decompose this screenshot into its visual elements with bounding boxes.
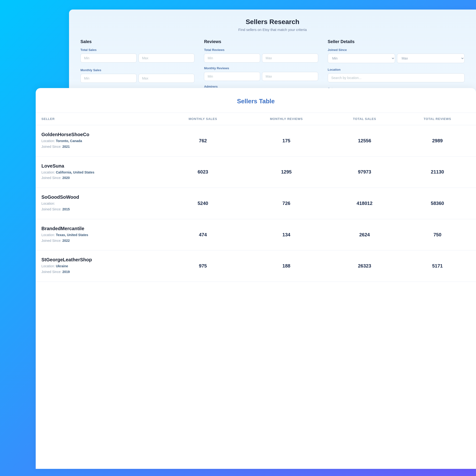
- total-sales-cell: 26323: [330, 250, 399, 282]
- total-reviews-label: Total Reviews: [204, 48, 318, 52]
- total-reviews-cell: 21130: [399, 156, 476, 188]
- table-card: Sellers Table SELLER MONTHLY SALES MONTH…: [36, 88, 476, 469]
- monthly-reviews-min-input[interactable]: [204, 72, 260, 81]
- table-row: GoldenHorseShoeCoLocation: Toronto, Cana…: [36, 125, 476, 157]
- total-sales-inputs: [81, 53, 194, 63]
- joined-since-max-select[interactable]: Max: [397, 53, 465, 63]
- monthly-sales-max-input[interactable]: [138, 74, 195, 83]
- table-title: Sellers Table: [36, 98, 476, 105]
- total-reviews-inputs: [204, 53, 318, 63]
- table-row: BrandedMercantileLocation: Texas, United…: [36, 219, 476, 250]
- col-total-sales: TOTAL SALES: [330, 113, 399, 125]
- total-sales-label: Total Sales: [81, 48, 194, 52]
- seller-meta: Location: Toronto, CanadaJoined Since: 2…: [41, 138, 157, 150]
- seller-name: SoGoodSoWood: [41, 194, 157, 200]
- filter-title: Sellers Research: [81, 18, 465, 26]
- seller-meta: Location:Joined Since: 2015: [41, 201, 157, 212]
- monthly-reviews-max-input[interactable]: [262, 72, 318, 81]
- table-header-row: SELLER MONTHLY SALES MONTHLY REVIEWS TOT…: [36, 113, 476, 125]
- total-sales-max-input[interactable]: [138, 53, 195, 63]
- monthly-reviews-inputs: [204, 72, 318, 81]
- monthly-sales-cell: 474: [163, 219, 242, 250]
- seller-name: StGeorgeLeatherShop: [41, 257, 157, 262]
- monthly-sales-cell: 975: [163, 250, 242, 282]
- seller-meta: Location: California, United StatesJoine…: [41, 170, 157, 181]
- admirers-label: Admirers: [204, 85, 318, 88]
- total-reviews-cell: 5171: [399, 250, 476, 282]
- sellers-table: SELLER MONTHLY SALES MONTHLY REVIEWS TOT…: [36, 113, 476, 282]
- monthly-reviews-cell: 1295: [242, 156, 330, 188]
- sales-section-title: Sales: [81, 39, 194, 44]
- table-row: SoGoodSoWoodLocation:Joined Since: 20155…: [36, 188, 476, 219]
- total-sales-min-input[interactable]: [81, 53, 136, 63]
- seller-cell: StGeorgeLeatherShopLocation: UkraineJoin…: [36, 250, 163, 282]
- total-reviews-min-input[interactable]: [204, 53, 260, 63]
- table-row: LoveSunaLocation: California, United Sta…: [36, 156, 476, 188]
- monthly-sales-min-input[interactable]: [81, 74, 136, 83]
- monthly-sales-cell: 6023: [163, 156, 242, 188]
- total-sales-cell: 2624: [330, 219, 399, 250]
- seller-cell: GoldenHorseShoeCoLocation: Toronto, Cana…: [36, 125, 163, 157]
- joined-since-label: Joined Since: [328, 48, 465, 52]
- seller-cell: BrandedMercantileLocation: Texas, United…: [36, 219, 163, 250]
- table-row: StGeorgeLeatherShopLocation: UkraineJoin…: [36, 250, 476, 282]
- col-monthly-reviews: MONTHLY REVIEWS: [242, 113, 330, 125]
- seller-meta: Location: UkraineJoined Since: 2019: [41, 263, 157, 275]
- monthly-sales-label: Monthly Sales: [81, 68, 194, 72]
- joined-since-min-select[interactable]: Min: [328, 53, 395, 63]
- seller-cell: LoveSunaLocation: California, United Sta…: [36, 156, 163, 188]
- monthly-reviews-cell: 188: [242, 250, 330, 282]
- monthly-sales-inputs: [81, 74, 194, 83]
- col-total-reviews: TOTAL REVIEWS: [399, 113, 476, 125]
- col-seller: SELLER: [36, 113, 163, 125]
- seller-cell: SoGoodSoWoodLocation:Joined Since: 2015: [36, 188, 163, 219]
- seller-meta: Location: Texas, United StatesJoined Sin…: [41, 232, 157, 244]
- joined-since-selects: Min Max: [328, 53, 465, 63]
- seller-name: BrandedMercantile: [41, 226, 157, 231]
- monthly-reviews-label: Monthly Reviews: [204, 67, 318, 70]
- monthly-reviews-cell: 134: [242, 219, 330, 250]
- total-sales-cell: 12556: [330, 125, 399, 157]
- total-sales-cell: 97973: [330, 156, 399, 188]
- monthly-sales-cell: 762: [163, 125, 242, 157]
- reviews-section-title: Reviews: [204, 39, 318, 44]
- location-label: Location: [328, 68, 465, 71]
- total-reviews-cell: 58360: [399, 188, 476, 219]
- location-input[interactable]: [328, 73, 465, 82]
- col-monthly-sales: MONTHLY SALES: [163, 113, 242, 125]
- total-sales-cell: 418012: [330, 188, 399, 219]
- monthly-reviews-cell: 726: [242, 188, 330, 219]
- seller-name: GoldenHorseShoeCo: [41, 132, 157, 137]
- monthly-sales-cell: 5240: [163, 188, 242, 219]
- filter-subtitle: Find sellers on Etsy that match your cri…: [81, 28, 465, 32]
- seller-details-title: Seller Details: [328, 39, 465, 44]
- seller-name: LoveSuna: [41, 163, 157, 169]
- total-reviews-cell: 2989: [399, 125, 476, 157]
- total-reviews-cell: 750: [399, 219, 476, 250]
- total-reviews-max-input[interactable]: [262, 53, 318, 63]
- monthly-reviews-cell: 175: [242, 125, 330, 157]
